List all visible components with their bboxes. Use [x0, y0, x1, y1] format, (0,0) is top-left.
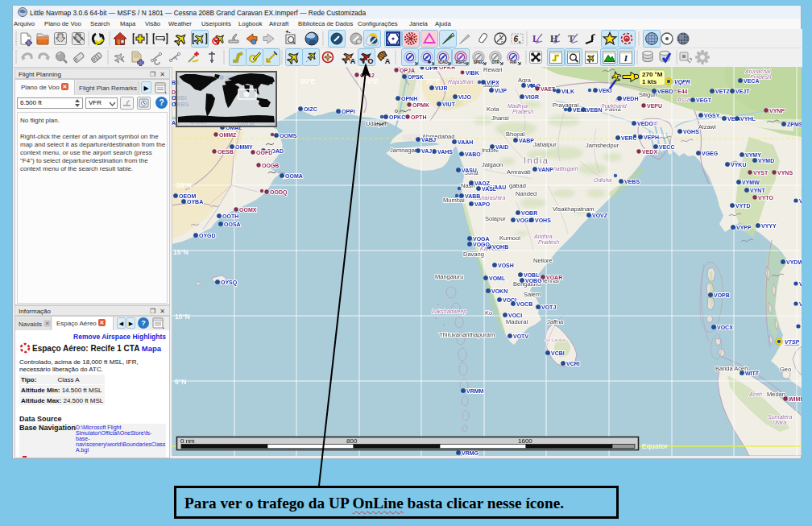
svg-text:VASL: VASL [482, 186, 497, 192]
svg-text:VYST: VYST [753, 170, 768, 176]
svg-text:VAID: VAID [495, 144, 508, 150]
svg-text:OPKR: OPKR [439, 67, 455, 70]
svg-text:VEPU: VEPU [647, 103, 662, 109]
svg-text:VOAR: VOAR [546, 275, 562, 280]
svg-text:0 nm: 0 nm [180, 437, 195, 445]
svg-text:OOMX: OOMX [239, 207, 257, 213]
svg-text:OPNH: OPNH [401, 96, 417, 101]
svg-text:Odisha: Odisha [594, 177, 611, 183]
svg-text:800: 800 [346, 437, 358, 445]
svg-text:VIJP: VIJP [495, 88, 508, 93]
svg-text:VOGA: VOGA [473, 236, 490, 242]
svg-text:VAAH: VAAH [458, 139, 473, 145]
svg-text:VEBD: VEBD [657, 89, 673, 94]
svg-text:OEOM: OEOM [179, 193, 197, 199]
svg-text:VOSH: VOSH [498, 263, 514, 268]
svg-text:OPPI: OPPI [342, 109, 355, 114]
svg-text:Kurnool: Kurnool [499, 234, 520, 242]
svg-text:OYGD: OYGD [199, 233, 216, 238]
svg-text:Kota: Kota [487, 106, 499, 113]
svg-text:Bhopal: Bhopal [506, 130, 525, 138]
svg-text:VYNT: VYNT [750, 188, 765, 193]
svg-text:VCRI: VCRI [566, 361, 580, 367]
svg-text:VYTD: VYTD [735, 203, 751, 209]
svg-text:Utara: Utara [773, 420, 786, 425]
svg-text:65°E: 65°E [363, 77, 379, 85]
svg-text:VEDH: VEDH [623, 96, 638, 101]
svg-text:VEJT: VEJT [735, 89, 750, 94]
svg-text:OOTH: OOTH [222, 213, 238, 219]
svg-text:VEDO: VEDO [637, 121, 653, 126]
svg-text:VOBL: VOBL [524, 272, 540, 278]
svg-text:VYMD: VYMD [758, 158, 774, 164]
svg-text:VEPH: VEPH [644, 135, 659, 140]
svg-text:VYTO: VYTO [758, 195, 773, 201]
svg-text:VIJR: VIJR [435, 85, 448, 91]
svg-text:Jamnagar: Jamnagar [390, 147, 417, 154]
svg-text:VILK: VILK [561, 89, 574, 94]
svg-text:Jaffna: Jaffna [547, 318, 564, 325]
svg-text:VABO: VABO [465, 151, 481, 157]
svg-text:Jamshedpur: Jamshedpur [586, 142, 619, 149]
svg-text:VYMW: VYMW [742, 180, 760, 185]
svg-text:OPJA: OPJA [400, 68, 415, 73]
svg-text:VECC: VECC [659, 144, 674, 150]
svg-text:Solapur: Solapur [485, 215, 506, 222]
svg-text:VAPO: VAPO [474, 201, 491, 207]
svg-text:VRMG: VRMG [462, 450, 479, 456]
svg-text:VOML: VOML [489, 275, 506, 281]
svg-text:VCBI: VCBI [551, 350, 565, 356]
svg-text:VRMM: VRMM [466, 388, 484, 394]
svg-text:OOFD: OOFD [256, 150, 272, 155]
svg-text:Nellore: Nellore [533, 257, 553, 264]
svg-text:VYPP: VYPP [736, 225, 752, 230]
svg-text:VEDX: VEDX [642, 149, 657, 155]
svg-text:Aizawl: Aizawl [698, 123, 716, 130]
svg-text:OPTH: OPTH [411, 114, 426, 120]
svg-text:Mangaluru: Mangaluru [435, 273, 463, 280]
svg-text:Amravati: Amravati [507, 168, 531, 176]
svg-text:Equator: Equator [642, 442, 669, 450]
svg-text:Nanded: Nanded [516, 190, 536, 197]
svg-text:RSFC: RSFC [456, 60, 466, 64]
svg-text:VYDW: VYDW [786, 259, 802, 265]
svg-text:VAJ: VAJ [421, 148, 432, 154]
svg-text:A: A [385, 57, 391, 65]
svg-text:VETZ: VETZ [715, 89, 731, 94]
svg-text:VOCB: VOCB [516, 301, 532, 307]
svg-text:Pradesh: Pradesh [512, 109, 533, 114]
svg-text:VYYY: VYYY [761, 223, 777, 229]
svg-text:Jabalpur: Jabalpur [533, 141, 557, 148]
svg-text:gabad: gabad [509, 182, 526, 189]
svg-text:VT: VT [799, 198, 802, 204]
svg-text:OESB: OESB [218, 149, 234, 155]
svg-text:Lakshadweep: Lakshadweep [432, 309, 466, 315]
svg-text:270 °M: 270 °M [642, 71, 663, 78]
svg-text:VOCI: VOCI [508, 313, 522, 318]
svg-text:OYBA: OYBA [187, 199, 203, 205]
svg-text:Madurai: Madurai [506, 318, 528, 325]
svg-text:Pradesh: Pradesh [538, 239, 559, 245]
svg-text:m: m [501, 39, 504, 44]
svg-text:VEBN: VEBN [586, 107, 602, 113]
svg-text:VGHS: VGHS [683, 129, 699, 135]
svg-text:E44: E44 [677, 89, 688, 94]
svg-text:70°E: 70°E [425, 77, 441, 85]
svg-text:ZPMS: ZPMS [787, 122, 802, 127]
svg-text:60°E: 60°E [300, 77, 316, 85]
svg-text:Sri Lanka: Sri Lanka [545, 338, 566, 342]
svg-text:VYNP: VYNP [769, 108, 785, 114]
svg-text:FIR: FIR [510, 60, 516, 64]
svg-text:15°N: 15°N [173, 248, 188, 256]
svg-text:Salem: Salem [524, 291, 541, 298]
svg-text:OOMA: OOMA [285, 173, 303, 179]
svg-text:VIGR: VIGR [525, 94, 539, 100]
svg-text:VOCX: VOCX [717, 325, 733, 330]
svg-text:OOGB: OOGB [262, 163, 279, 168]
svg-text:OPKC: OPKC [389, 114, 405, 120]
svg-text:OYSQ: OYSQ [221, 280, 238, 286]
svg-text:Aceh: Aceh [748, 391, 762, 397]
svg-text:VOGO: VOGO [473, 242, 491, 247]
svg-text:Arunachal: Arunachal [744, 68, 771, 74]
svg-text:OOMS: OOMS [280, 133, 297, 139]
